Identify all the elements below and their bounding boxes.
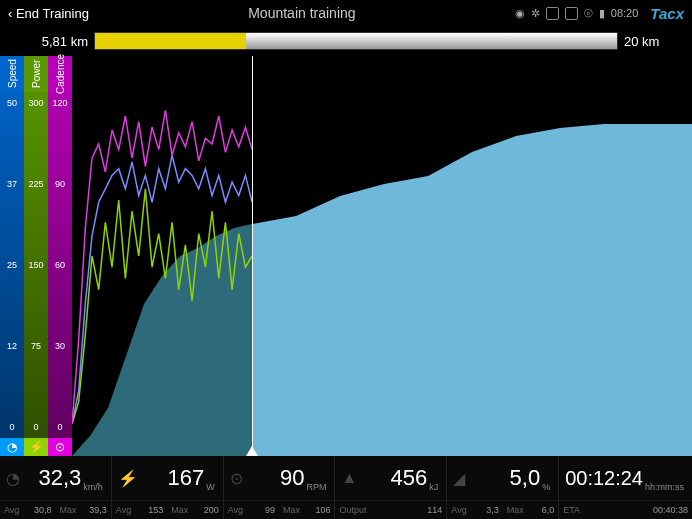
sync-icon: ✲ xyxy=(531,7,540,20)
bolt-icon[interactable]: ⚡ xyxy=(24,438,48,456)
brand-logo: Tacx xyxy=(650,5,684,22)
metric-time: 00:12:24hh:mm:ss ETA00:40:38 xyxy=(558,456,692,519)
chevron-left-icon: ‹ xyxy=(8,6,16,21)
ant-icon xyxy=(546,7,559,20)
page-title: Mountain training xyxy=(89,5,515,21)
speed-scale: Speed 503725120 ◔ xyxy=(0,56,24,456)
clock-time: 08:20 xyxy=(611,7,639,19)
power-scale: Power 300225150750 ⚡ xyxy=(24,56,48,456)
distance-current: 5,81 km xyxy=(8,34,94,49)
battery-icon: ▮ xyxy=(599,7,605,20)
flame-icon: ▲ xyxy=(341,469,363,487)
svg-marker-1 xyxy=(252,124,692,456)
distance-total: 20 km xyxy=(618,34,684,49)
status-icons: ◉ ✲ ⦾ ▮ 08:20 Tacx xyxy=(515,5,684,22)
gauge-icon: ◔ xyxy=(6,469,28,488)
crank-icon: ⊙ xyxy=(230,469,252,488)
crank-icon[interactable]: ⊙ xyxy=(48,438,72,456)
metric-cadence: ⊙90RPM Avg99Max106 xyxy=(223,456,335,519)
globe-icon: ◉ xyxy=(515,7,525,20)
metric-slope: ◢5,0% Avg3,3Max6,0 xyxy=(446,456,558,519)
bolt-icon: ⚡ xyxy=(118,469,140,488)
bluetooth-icon xyxy=(565,7,578,20)
gauge-icon[interactable]: ◔ xyxy=(0,438,24,456)
wifi-icon: ⦾ xyxy=(584,7,593,20)
metric-energy: ▲456kJ Output114 xyxy=(334,456,446,519)
course-progress[interactable] xyxy=(94,32,618,50)
cadence-scale: Cadence 1209060300 ⊙ xyxy=(48,56,72,456)
metric-power: ⚡167W Avg153Max200 xyxy=(111,456,223,519)
end-training-button[interactable]: ‹ End Training xyxy=(8,6,89,21)
slope-icon: ◢ xyxy=(453,469,475,488)
metric-speed: ◔32,3km/h Avg30,8Max39,3 xyxy=(0,456,111,519)
performance-chart[interactable] xyxy=(72,56,692,456)
